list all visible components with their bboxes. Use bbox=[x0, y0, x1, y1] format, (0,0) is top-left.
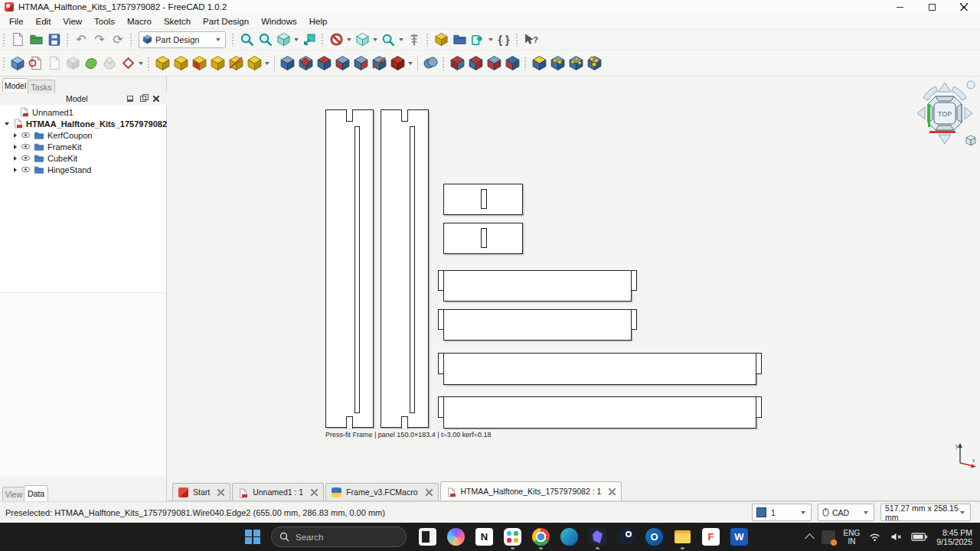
notion-icon[interactable]: N bbox=[475, 528, 493, 546]
menu-edit[interactable]: Edit bbox=[30, 15, 57, 28]
tab-model[interactable]: Model bbox=[2, 78, 28, 92]
medium-rail[interactable] bbox=[443, 270, 632, 302]
battery-icon[interactable] bbox=[911, 532, 928, 542]
create-shapebinder-icon[interactable] bbox=[100, 54, 119, 73]
toolbar-handle[interactable] bbox=[66, 33, 70, 47]
long-rail[interactable] bbox=[443, 353, 756, 385]
visibility-eye-icon[interactable] bbox=[20, 130, 31, 141]
navigation-cube[interactable]: TOP bbox=[913, 77, 977, 150]
expand-icon[interactable] bbox=[14, 133, 17, 138]
frame-side-panel[interactable] bbox=[325, 109, 374, 428]
subtractive-pipe-icon[interactable] bbox=[351, 54, 370, 73]
tab-unnamed1[interactable]: Unnamed1 : 1 bbox=[232, 483, 324, 500]
tree-item-hingestand[interactable]: HingeStand bbox=[0, 164, 166, 175]
clipping-plane-icon[interactable] bbox=[327, 31, 345, 49]
close-tab-icon[interactable] bbox=[426, 489, 433, 496]
outlook-icon[interactable]: O bbox=[645, 528, 663, 546]
revolution-icon[interactable] bbox=[172, 54, 190, 73]
multitransform-icon[interactable] bbox=[585, 54, 603, 73]
collapse-icon[interactable] bbox=[5, 122, 9, 126]
chevron-down-icon[interactable] bbox=[373, 38, 377, 41]
fillet-icon[interactable] bbox=[448, 54, 466, 73]
visibility-eye-icon[interactable] bbox=[20, 165, 31, 175]
tab-tasks[interactable]: Tasks bbox=[28, 80, 55, 93]
float-panel-icon[interactable] bbox=[140, 96, 146, 102]
chevron-down-icon[interactable] bbox=[399, 38, 403, 41]
close-panel-icon[interactable] bbox=[153, 96, 159, 102]
export-icon[interactable] bbox=[469, 31, 487, 49]
menu-macro[interactable]: Macro bbox=[121, 15, 158, 28]
toolbar-handle[interactable] bbox=[147, 57, 151, 70]
subtractive-box-icon[interactable] bbox=[388, 54, 407, 73]
minimize-button[interactable] bbox=[884, 0, 916, 14]
menu-tools[interactable]: Tools bbox=[88, 15, 121, 28]
polar-pattern-icon[interactable] bbox=[567, 54, 585, 73]
edit-sketch-icon[interactable] bbox=[45, 54, 64, 73]
create-datum-icon[interactable] bbox=[119, 54, 137, 73]
expand-icon[interactable] bbox=[14, 145, 17, 149]
start-button[interactable] bbox=[245, 530, 260, 545]
edge-icon[interactable] bbox=[560, 528, 578, 546]
draw-style-icon[interactable] bbox=[353, 31, 371, 49]
toolbar-handle[interactable] bbox=[2, 57, 6, 70]
linear-pattern-icon[interactable] bbox=[548, 54, 567, 73]
slack-icon[interactable] bbox=[504, 528, 521, 546]
additive-helix-icon[interactable] bbox=[227, 54, 245, 73]
sync-view-icon[interactable] bbox=[300, 31, 318, 49]
view-dimensions-selector[interactable]: 517.27 mm x 258.15 mm bbox=[880, 504, 971, 521]
chevron-down-icon[interactable] bbox=[265, 62, 270, 65]
navigation-style-selector[interactable]: CAD bbox=[818, 504, 874, 521]
chevron-down-icon[interactable] bbox=[139, 62, 143, 65]
file-explorer-icon[interactable] bbox=[674, 528, 691, 546]
menu-help[interactable]: Help bbox=[303, 15, 334, 28]
toolbar-handle[interactable] bbox=[2, 33, 6, 47]
toolbar-handle[interactable] bbox=[426, 33, 430, 47]
taskbar-search[interactable] bbox=[271, 527, 407, 547]
chevron-down-icon[interactable] bbox=[408, 62, 413, 65]
group-folder-icon[interactable] bbox=[450, 31, 469, 49]
macro-editor-icon[interactable]: { } bbox=[495, 31, 513, 49]
redo-icon[interactable]: ↷ bbox=[90, 31, 109, 49]
tree-item-active-document[interactable]: HTMAA_Halftone_Kits_1757979082 bbox=[0, 118, 166, 129]
create-sketch-icon[interactable] bbox=[27, 54, 45, 73]
boolean-operation-icon[interactable] bbox=[421, 54, 439, 73]
validate-sketch-icon[interactable] bbox=[82, 54, 100, 73]
taskbar-clock[interactable]: 8:45 PM 9/15/2025 bbox=[936, 528, 972, 546]
menu-view[interactable]: View bbox=[57, 15, 88, 28]
frame-side-panel[interactable] bbox=[381, 109, 429, 428]
chrome-icon[interactable] bbox=[532, 528, 550, 546]
restore-button[interactable] bbox=[916, 0, 948, 14]
menu-windows[interactable]: Windows bbox=[255, 15, 303, 28]
measure-icon[interactable] bbox=[405, 31, 423, 49]
toolbar-handle[interactable] bbox=[129, 33, 133, 47]
refresh-icon[interactable]: ⟳ bbox=[109, 31, 127, 49]
draft-icon[interactable] bbox=[485, 54, 503, 73]
tree-item-framekit[interactable]: FrameKit bbox=[0, 141, 166, 152]
search-input[interactable] bbox=[294, 532, 389, 543]
language-indicator[interactable]: ENG IN bbox=[844, 529, 861, 546]
menu-part-design[interactable]: Part Design bbox=[197, 15, 255, 28]
workbench-selector[interactable]: Part Design bbox=[139, 31, 226, 48]
create-body-icon[interactable] bbox=[8, 54, 27, 73]
additive-box-icon[interactable] bbox=[245, 54, 263, 73]
pocket-icon[interactable] bbox=[278, 54, 296, 73]
tab-active-document[interactable]: HTMAA_Halftone_Kits_1757979082 : 1 bbox=[440, 481, 622, 500]
additive-loft-icon[interactable] bbox=[190, 54, 208, 73]
zoom-selection-icon[interactable] bbox=[256, 31, 274, 49]
pad-icon[interactable] bbox=[153, 54, 172, 73]
word-icon[interactable]: W bbox=[730, 528, 748, 546]
freecad-icon[interactable]: F bbox=[702, 528, 720, 546]
fit-all-icon[interactable] bbox=[237, 31, 256, 49]
3d-viewport[interactable]: Press-fit Frame | panel 150.0×183.4 | t=… bbox=[167, 77, 980, 481]
undo-icon[interactable]: ↶ bbox=[72, 31, 90, 49]
tab-data-properties[interactable]: Data bbox=[24, 485, 48, 501]
small-slotted-plate[interactable] bbox=[443, 223, 523, 254]
chevron-down-icon[interactable] bbox=[488, 38, 493, 41]
tree-item-unnamed1[interactable]: Unnamed1 bbox=[0, 106, 166, 118]
toolbar-handle[interactable] bbox=[231, 33, 235, 47]
toolbar-handle[interactable] bbox=[515, 33, 519, 47]
mirrored-icon[interactable] bbox=[530, 54, 548, 73]
steam-icon[interactable] bbox=[617, 528, 635, 546]
volume-muted-icon[interactable] bbox=[890, 530, 903, 543]
expand-icon[interactable] bbox=[14, 156, 17, 161]
